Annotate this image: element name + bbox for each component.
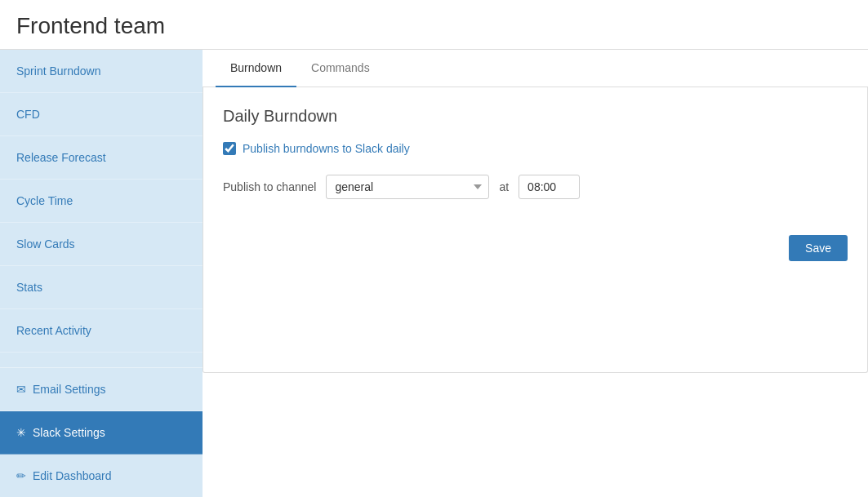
publish-checkbox-row: Publish burndowns to Slack daily bbox=[223, 142, 848, 155]
channel-select[interactable]: general random team bbox=[326, 175, 489, 199]
sidebar-item-edit-dashboard[interactable]: ✏ Edit Dashboard bbox=[0, 455, 203, 497]
save-row: Save bbox=[223, 219, 848, 261]
sidebar-item-label: Sprint Burndown bbox=[16, 64, 101, 78]
publish-checkbox-label[interactable]: Publish burndowns to Slack daily bbox=[243, 142, 410, 155]
sidebar-item-label: Slack Settings bbox=[33, 426, 105, 439]
sidebar-bottom: ✉ Email Settings ✳ Slack Settings ✏ Edit… bbox=[0, 367, 203, 497]
page-header: Frontend team bbox=[0, 0, 868, 50]
sidebar-item-label: Slow Cards bbox=[16, 237, 75, 251]
sidebar-item-slack-settings[interactable]: ✳ Slack Settings bbox=[0, 411, 203, 455]
publish-channel-row: Publish to channel general random team a… bbox=[223, 175, 848, 199]
email-icon: ✉ bbox=[16, 383, 26, 396]
sidebar-item-recent-activity[interactable]: Recent Activity bbox=[0, 309, 203, 353]
page-title: Frontend team bbox=[16, 13, 852, 39]
sidebar-item-sprint-burndown[interactable]: Sprint Burndown bbox=[0, 50, 203, 93]
sidebar-item-email-settings[interactable]: ✉ Email Settings bbox=[0, 368, 203, 411]
layout: Sprint Burndown CFD Release Forecast Cyc… bbox=[0, 50, 868, 497]
sidebar-item-label: Email Settings bbox=[33, 383, 105, 396]
sidebar-item-release-forecast[interactable]: Release Forecast bbox=[0, 136, 203, 180]
save-button[interactable]: Save bbox=[789, 235, 848, 261]
tab-burndown[interactable]: Burndown bbox=[216, 50, 296, 87]
main-content: Burndown Commands Daily Burndown Publish… bbox=[203, 50, 868, 497]
sidebar: Sprint Burndown CFD Release Forecast Cyc… bbox=[0, 50, 203, 497]
sidebar-item-cfd[interactable]: CFD bbox=[0, 93, 203, 136]
publish-to-channel-label: Publish to channel bbox=[223, 180, 316, 193]
content-area: Daily Burndown Publish burndowns to Slac… bbox=[203, 87, 867, 281]
sidebar-item-label: Cycle Time bbox=[16, 194, 73, 207]
slack-icon: ✳ bbox=[16, 426, 26, 439]
content-panel: Daily Burndown Publish burndowns to Slac… bbox=[203, 87, 868, 373]
sidebar-item-label: Recent Activity bbox=[16, 324, 91, 337]
tabs-bar: Burndown Commands bbox=[203, 50, 868, 87]
tab-commands[interactable]: Commands bbox=[296, 50, 385, 87]
sidebar-item-label: Edit Dashboard bbox=[33, 469, 112, 482]
sidebar-item-label: Stats bbox=[16, 281, 42, 294]
sidebar-item-slow-cards[interactable]: Slow Cards bbox=[0, 223, 203, 266]
sidebar-item-stats[interactable]: Stats bbox=[0, 266, 203, 309]
section-title: Daily Burndown bbox=[223, 107, 848, 126]
publish-checkbox[interactable] bbox=[223, 142, 236, 155]
sidebar-item-label: CFD bbox=[16, 108, 40, 121]
at-label: at bbox=[499, 180, 509, 193]
time-input[interactable] bbox=[519, 175, 580, 199]
sidebar-item-cycle-time[interactable]: Cycle Time bbox=[0, 180, 203, 223]
pencil-icon: ✏ bbox=[16, 469, 26, 482]
sidebar-spacer bbox=[0, 353, 203, 367]
sidebar-item-label: Release Forecast bbox=[16, 151, 106, 164]
